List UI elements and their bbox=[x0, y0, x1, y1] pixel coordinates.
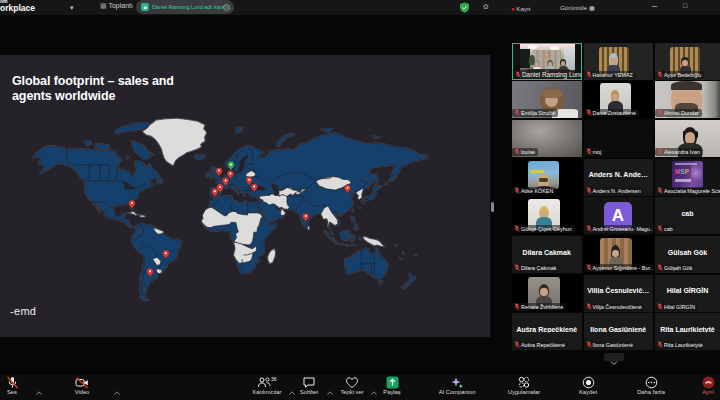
svg-text:36: 36 bbox=[271, 376, 277, 382]
